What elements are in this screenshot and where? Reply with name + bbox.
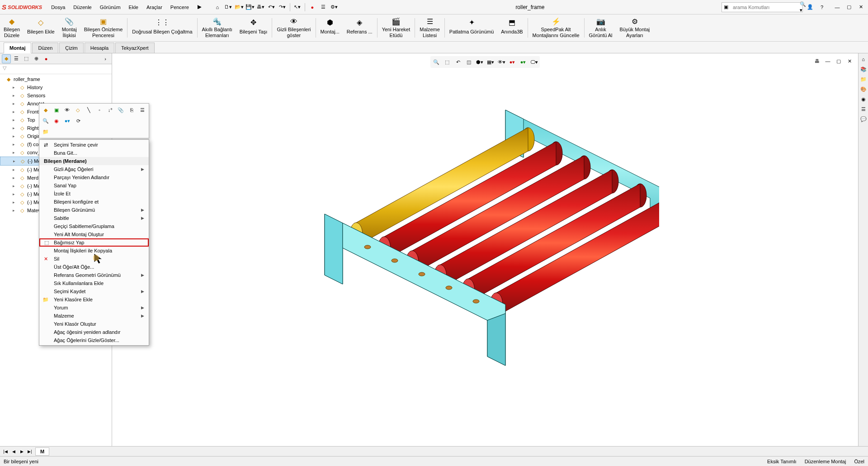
cm-item[interactable]: ✕Sil [39,255,149,263]
ctx-suppress-icon[interactable]: ╲ [84,105,93,114]
ctx-folder-icon[interactable]: 📁 [41,127,50,136]
cm-item[interactable]: Yorum▶ [39,304,149,312]
options-icon[interactable]: ☰ [319,3,328,12]
rebuild-icon[interactable]: ● [308,3,317,12]
cm-item[interactable]: 📁Yeni Klasöre Ekle [39,295,149,304]
doc-print-icon[interactable]: 🖶 [812,56,822,66]
doc-minimize-icon[interactable]: — [823,56,833,66]
ribbon-edit-component[interactable]: ◆Bileşen Düzele [0,16,24,39]
taskpane-appearances-icon[interactable]: ◉ [859,95,868,103]
menu-expand-icon[interactable]: ⯈ [193,3,206,12]
ribbon-mate[interactable]: 📎Montaj İlişkisi [58,16,80,39]
section-view-icon[interactable]: ◫ [464,57,474,67]
cm-item[interactable]: Yeni Klasör Oluştur [39,320,149,328]
open-icon[interactable]: 📂▾ [235,3,244,12]
ribbon-large-assembly[interactable]: ⚙Büyük Montaj Ayarları [616,16,654,39]
ctx-fix-icon[interactable]: ↓° [106,105,115,114]
minimize-button[interactable]: — [832,3,843,12]
taskpane-home-icon[interactable]: ⌂ [859,55,868,63]
cm-item[interactable]: Sabitle▶ [39,214,149,222]
ctx-change-config-icon[interactable]: ⟳ [74,116,83,125]
ctx-isolate-icon[interactable]: ◦ [95,105,104,114]
taskpane-custom-props-icon[interactable]: ☰ [859,105,868,113]
ctx-properties-icon[interactable]: ☰ [138,105,147,114]
cm-item[interactable]: Seçimi Kaydet▶ [39,287,149,295]
menu-insert[interactable]: Ekle [125,3,142,12]
ctx-edit-part-icon[interactable]: ◆ [41,105,50,114]
tree-item[interactable]: ▸◇Sensors [0,91,112,100]
edit-appearance-icon[interactable]: ●▾ [507,57,517,67]
cm-item[interactable]: Montaj İlişkileri ile Kopyala [39,247,149,255]
cm-item[interactable]: Gizli Ağaç Öğeleri▶ [39,165,149,173]
menu-tools[interactable]: Araçlar [143,3,166,12]
undo-icon[interactable]: ↶▾ [267,3,276,12]
tab-layout[interactable]: Düzen [32,43,58,53]
display-style-icon[interactable]: ▦▾ [486,57,495,67]
zoom-fit-icon[interactable]: 🔍 [431,57,441,67]
view-settings-icon[interactable]: 🖵▾ [529,57,539,67]
menu-view[interactable]: Görünüm [96,3,124,12]
cm-item[interactable]: Referans Geometri Görünümü▶ [39,271,149,279]
ctx-view-mates-icon[interactable]: ◇ [73,105,82,114]
viewport-3d[interactable]: 🔍 ⬚ ↶ ◫ ⬢▾ ▦▾ 👁▾ ●▾ ●▾ 🖵▾ 🖶 — ▢ ✕ [112,53,858,452]
menu-edit[interactable]: Düzenle [70,3,95,12]
tab-assembly[interactable]: Montaj [4,43,31,53]
tree-root[interactable]: ◆roller_frame [0,75,112,83]
cm-item[interactable]: Geçiçi Sabitleme/Gruplama [39,222,149,230]
hide-show-icon[interactable]: 👁▾ [496,57,506,67]
search-box[interactable]: ▣ 🔍▾ [722,2,803,12]
ctx-appearance-icon[interactable]: ◉ [52,116,61,125]
ribbon-assembly-features[interactable]: ⬢Montaj... [317,16,343,39]
taskpane-file-explorer-icon[interactable]: 📁 [859,75,868,83]
ctx-copy-icon[interactable]: ⎘ [127,105,136,114]
settings-icon[interactable]: ⚙▾ [330,3,339,12]
cm-item[interactable]: ⬚Bağımsız Yap [39,238,149,247]
dimxpert-tab-icon[interactable]: ⊕ [32,54,41,63]
ribbon-snapshot[interactable]: 📷Anlık Görüntü Al [585,16,616,39]
cm-item[interactable]: Parçayı Yeniden Adlandır [39,173,149,181]
ribbon-linear-pattern[interactable]: ⋮⋮Doğrusal Bileşen Çoğaltma [128,16,196,39]
ribbon-reference-geometry[interactable]: ◈Referans ... [343,16,376,39]
tab-sketch[interactable]: Çizim [59,43,84,53]
ctx-mate-icon[interactable]: 📎 [117,105,126,114]
tab-evaluate[interactable]: Hesapla [85,43,114,53]
cm-go-to[interactable]: Buna Git... [39,149,149,157]
save-icon[interactable]: 💾▾ [245,3,255,12]
panel-expand-icon[interactable]: › [101,54,110,63]
zoom-area-icon[interactable]: ⬚ [442,57,452,67]
doc-nav-first-icon[interactable]: |◀ [2,448,9,455]
cm-item[interactable]: Sık Kullanılanlara Ekle [39,279,149,287]
configurationmanager-tab-icon[interactable]: ⬚ [22,54,31,63]
menu-file[interactable]: Dosya [47,3,69,12]
propertymanager-tab-icon[interactable]: ☰ [12,54,21,63]
ribbon-smart-fasteners[interactable]: 🔩Akıllı Bağlantı Elemanları [198,16,236,39]
ribbon-bom[interactable]: ☰Malzeme Listesi [416,16,443,39]
doc-maximize-icon[interactable]: ▢ [834,56,844,66]
apply-scene-icon[interactable]: ●▾ [518,57,528,67]
doc-tab-model[interactable]: M [35,447,49,456]
ctx-open-part-icon[interactable]: ▣ [52,105,61,114]
cm-item[interactable]: Üst Öğe/Alt Öğe... [39,263,149,271]
redo-icon[interactable]: ↷▾ [278,3,287,12]
filter-icon[interactable]: ▽ [3,65,6,71]
doc-nav-prev-icon[interactable]: ◀ [10,448,17,455]
cm-item[interactable]: Bileşeni konfigüre et [39,198,149,206]
ribbon-motion-study[interactable]: 🎬Yeni Hareket Etüdü [378,16,414,39]
cm-item[interactable]: Ağaç Öğelerini Gizle/Göster... [39,336,149,344]
ctx-zoom-icon[interactable]: 🔍 [41,116,50,125]
taskpane-forum-icon[interactable]: 💬 [859,115,868,123]
doc-nav-last-icon[interactable]: ▶| [26,448,33,455]
prev-view-icon[interactable]: ↶ [453,57,463,67]
home-icon[interactable]: ⌂ [213,3,222,12]
ribbon-show-hidden[interactable]: 👁Gizli Bileşenleri göster [273,16,314,39]
help-icon[interactable]: ? [817,3,826,12]
ctx-transparency-icon[interactable]: ●▾ [63,116,72,125]
new-icon[interactable]: 🗋▾ [224,3,233,12]
print-icon[interactable]: 🖶▾ [256,3,265,12]
ribbon-exploded-view[interactable]: ✦Patlatma Görünümü [446,16,497,39]
cm-item[interactable]: Malzeme▶ [39,312,149,320]
taskpane-view-palette-icon[interactable]: 🎨 [859,85,868,93]
cm-item[interactable]: Yeni Alt Montaj Oluştur [39,230,149,238]
status-units[interactable]: Özel [854,459,864,464]
close-button[interactable]: ✕ [855,3,866,12]
